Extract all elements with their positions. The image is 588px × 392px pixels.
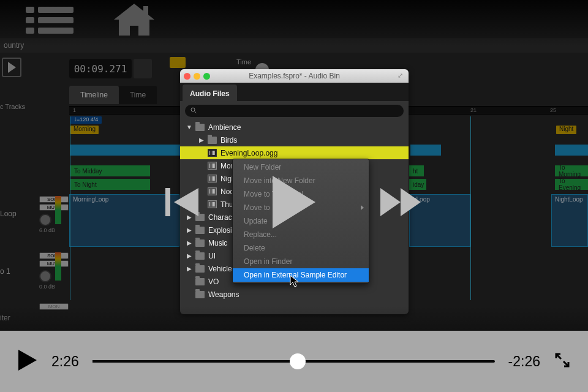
svg-rect-2 [26,7,34,13]
folder-icon [195,291,205,298]
close-icon[interactable] [184,73,190,80]
tree-label: EveningLoop.ogg [221,149,277,157]
waveform-icon [208,187,217,195]
cursor-icon [290,275,301,291]
waveform-icon [208,175,217,183]
menu-open-in-finder[interactable]: Open in Finder [233,255,369,268]
list-icon [26,4,74,36]
tree-label: UI [208,252,216,260]
tree-label: Explosi [208,226,232,235]
chevron-right-icon: ▶ [186,265,192,272]
player-play-button[interactable] [17,349,38,374]
chevron-right-icon: ▶ [198,137,204,143]
tree-label: VO [208,277,219,286]
remaining-time: -2:26 [508,353,540,370]
menu-delete[interactable]: Delete [233,241,369,255]
zoom-icon[interactable] [203,73,210,80]
folder-icon [195,124,205,131]
svg-rect-3 [38,7,74,13]
scrubber[interactable] [92,360,495,363]
list-button[interactable] [23,1,76,39]
minimize-icon[interactable] [194,73,200,80]
home-button[interactable] [108,1,160,39]
scrubber-fill [92,360,298,363]
fullscreen-button[interactable] [554,352,571,371]
chevron-right-icon: ▶ [186,252,192,259]
folder-icon [208,137,217,144]
menu-update[interactable]: Update [233,214,369,228]
svg-rect-6 [26,28,34,34]
tree-label: Ambience [208,123,241,132]
tree-label: Birds [221,136,237,145]
menu-replace[interactable]: Replace... [233,228,369,241]
waveform-icon [208,149,217,157]
folder-icon [195,278,205,285]
expand-icon[interactable]: ⤢ [398,72,405,79]
waveform-icon [208,162,217,170]
scrubber-knob[interactable] [290,353,306,369]
tree-label: Vehicle [208,265,232,273]
play-icon [17,349,38,372]
waveform-icon [208,200,217,208]
folder-icon [195,214,205,221]
chevron-down-icon: ▼ [186,124,192,130]
chevron-right-icon: ▶ [186,227,192,233]
home-icon [110,1,158,39]
panel-title: Examples.fspro* - Audio Bin [180,72,409,80]
tree-label: Charac [208,213,232,222]
menu-move-to[interactable]: Move to [233,201,369,214]
chevron-right-icon: ▶ [186,214,192,221]
svg-rect-8 [143,6,148,15]
svg-rect-5 [38,17,74,23]
menu-move-into-new-folder[interactable]: Move into New Folder [233,174,369,187]
search-input[interactable] [185,105,404,117]
tree-folder-birds[interactable]: ▶Birds [180,134,409,146]
tree-file-eveningloop[interactable]: EveningLoop.ogg [180,146,409,159]
svg-rect-7 [38,28,74,34]
svg-rect-4 [26,17,34,23]
folder-icon [195,252,205,260]
search-icon [190,107,197,116]
tree-label: Weapons [208,290,239,299]
elapsed-time: 2:26 [51,353,79,370]
svg-point-0 [191,108,195,111]
tab-audio-files[interactable]: Audio Files [183,85,237,103]
menu-move-to-top-level[interactable]: Move to Top Level [233,187,369,201]
folder-icon [195,227,205,234]
svg-line-1 [195,111,197,113]
fullscreen-icon [554,352,571,369]
tree-folder-ambience[interactable]: ▼Ambience [180,121,409,134]
tree-label: Music [208,239,227,247]
traffic-lights [184,73,210,80]
folder-icon [195,265,205,273]
panel-tabbar: Audio Files [180,83,409,101]
video-player-bar: 2:26 -2:26 [0,331,588,392]
menu-open-in-external-sample-editor[interactable]: Open in External Sample Editor [233,268,369,282]
menu-new-folder[interactable]: New Folder [233,160,369,174]
folder-icon [195,239,205,247]
context-menu: New Folder Move into New Folder Move to … [232,159,369,284]
chevron-right-icon: ▶ [186,239,192,246]
panel-titlebar[interactable]: Examples.fspro* - Audio Bin ⤢ [180,69,409,83]
